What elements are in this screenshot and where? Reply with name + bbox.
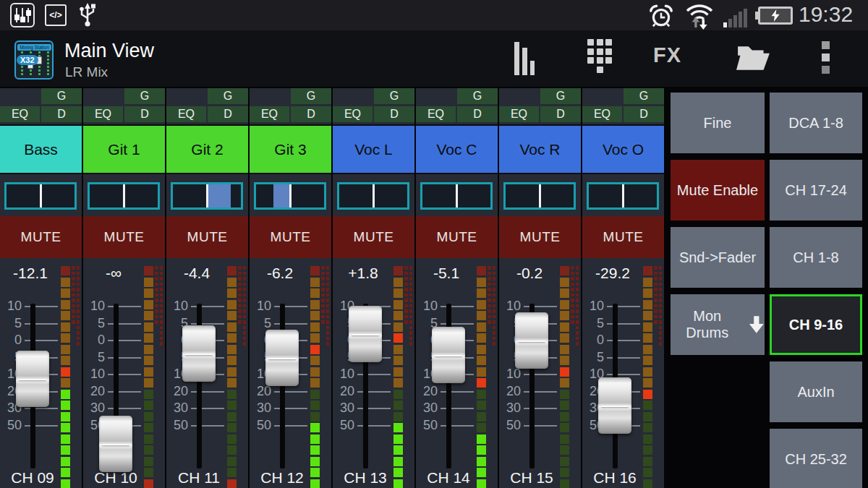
fx-button[interactable]: FX — [653, 43, 681, 67]
gr-meter-segment — [659, 304, 663, 308]
fader-cap[interactable] — [432, 327, 465, 383]
gr-meter-segment — [488, 304, 491, 308]
sidebar-button-label: AuxIn — [797, 384, 834, 401]
gr-meter-segment — [404, 272, 408, 275]
level-meter-segment — [144, 412, 153, 421]
channel-name[interactable]: Voc C — [416, 124, 498, 174]
gr-meter-segment — [409, 288, 413, 291]
level-meter-segment — [144, 401, 153, 410]
scale-tick — [441, 391, 474, 393]
channel-name[interactable]: Voc L — [333, 124, 414, 174]
channel-name[interactable]: Voc O — [582, 124, 664, 174]
gr-meter-segment — [493, 331, 496, 335]
gr-meter-segment — [493, 283, 496, 286]
gr-meter-segment — [493, 304, 496, 308]
sidebar-button-ch-9-16[interactable]: CH 9-16 — [770, 294, 862, 355]
mute-button[interactable]: MUTE — [166, 216, 248, 258]
sidebar-button-snd-fader[interactable]: Snd->Fader — [671, 227, 765, 288]
level-meter-segment — [61, 412, 70, 421]
gr-meter-segment — [659, 326, 663, 330]
sidebar-button-ch-1-8[interactable]: CH 1-8 — [770, 227, 862, 288]
meters-icon[interactable] — [514, 42, 536, 75]
level-meter-segment — [227, 356, 237, 365]
channel-name[interactable]: Voc R — [499, 124, 581, 174]
gr-meter-segment — [409, 299, 413, 302]
mute-button[interactable]: MUTE — [250, 216, 331, 258]
sidebar-button-ch-17-24[interactable]: CH 17-24 — [770, 160, 862, 221]
signal-strength-icon — [723, 9, 748, 27]
pan-slider[interactable] — [171, 182, 243, 210]
mute-button[interactable]: MUTE — [499, 216, 581, 258]
sidebar-button-fine[interactable]: Fine — [671, 93, 765, 153]
mute-button[interactable]: MUTE — [416, 216, 498, 258]
mute-button[interactable]: MUTE — [333, 216, 414, 258]
gr-meter-segment — [321, 320, 325, 324]
dialpad-icon[interactable] — [587, 39, 612, 74]
gr-meter-segment — [659, 342, 663, 346]
level-meter-segment — [477, 356, 486, 365]
folder-icon[interactable] — [736, 43, 771, 75]
gr-meter-segment — [654, 272, 658, 275]
app-icon[interactable]: Mixing Station X32 — [14, 40, 54, 80]
scale-tick-label: 50 — [499, 418, 521, 432]
pan-slider[interactable] — [337, 182, 409, 210]
channel-name[interactable]: Git 2 — [166, 124, 248, 174]
gr-meter-segment — [659, 277, 663, 281]
gr-meter-segment — [404, 277, 408, 281]
mute-button[interactable]: MUTE — [0, 216, 82, 258]
scale-tick — [524, 306, 557, 307]
level-meter-segment — [393, 378, 403, 388]
pan-slider[interactable] — [503, 182, 576, 210]
gr-meter-segment — [321, 272, 325, 275]
pan-slider[interactable] — [88, 182, 160, 210]
level-meter-segment — [144, 356, 153, 365]
sidebar-button-mon-drums[interactable]: Mon Drums — [671, 294, 765, 355]
mute-button[interactable]: MUTE — [582, 216, 664, 258]
eq-indicator: EQ — [166, 106, 206, 122]
channel-name[interactable]: Bass — [0, 124, 82, 174]
fader-cap[interactable] — [16, 351, 49, 407]
sidebar-button-auxin[interactable]: AuxIn — [770, 361, 862, 422]
sidebar-button-label: Snd->Fader — [679, 249, 756, 266]
gr-meter-segment — [654, 309, 658, 313]
fader-cap[interactable] — [99, 416, 132, 472]
fader-cap[interactable] — [515, 312, 548, 369]
gr-meter-segment — [576, 283, 579, 286]
gr-meter-segment — [654, 315, 658, 319]
gr-meter-segment — [404, 299, 408, 302]
pan-slider[interactable] — [420, 182, 493, 210]
pan-slider[interactable] — [4, 182, 77, 210]
pan-slider[interactable] — [587, 182, 659, 210]
gr-meter-segment — [321, 309, 325, 313]
gr-meter-segment — [77, 342, 80, 346]
channel-strip-9: GEQDBassMUTE-12.11050510203050CH 09 — [0, 88, 82, 488]
gr-meter-segment — [571, 277, 574, 281]
fader-cap[interactable] — [265, 330, 299, 386]
gr-meter-segment — [659, 288, 663, 291]
mute-button[interactable]: MUTE — [83, 216, 165, 258]
gr-meter-segment — [243, 326, 247, 330]
channel-name[interactable]: Git 3 — [250, 124, 331, 174]
sidebar-button-ch-25-32[interactable]: CH 25-32 — [770, 429, 862, 488]
gr-meter-segment — [326, 272, 330, 275]
channel-label: CH 15 — [499, 469, 564, 487]
sidebar-button-dca-1-8[interactable]: DCA 1-8 — [770, 93, 862, 153]
fader-cap[interactable] — [598, 377, 631, 434]
fader-cap[interactable] — [182, 325, 216, 382]
pan-slider[interactable] — [254, 182, 326, 210]
gr-meter-segment — [243, 299, 247, 302]
overflow-menu-icon[interactable] — [822, 41, 830, 76]
scale-tick-label: 20 — [83, 384, 105, 398]
fader-cap[interactable] — [349, 306, 382, 362]
scale-tick — [25, 425, 58, 427]
gr-meter-segment — [654, 299, 658, 302]
sidebar-button-mute-enable[interactable]: Mute Enable — [671, 160, 765, 221]
sidebar-button-label: DCA 1-8 — [788, 115, 843, 132]
gr-meter-segment — [155, 299, 158, 302]
gr-meter-segment — [72, 277, 75, 281]
scale-tick — [524, 425, 557, 427]
gr-meter-segment — [77, 277, 80, 281]
app-icon-brand: Mixing Station — [17, 44, 51, 51]
level-meter-segment — [560, 445, 569, 455]
channel-name[interactable]: Git 1 — [83, 124, 165, 174]
